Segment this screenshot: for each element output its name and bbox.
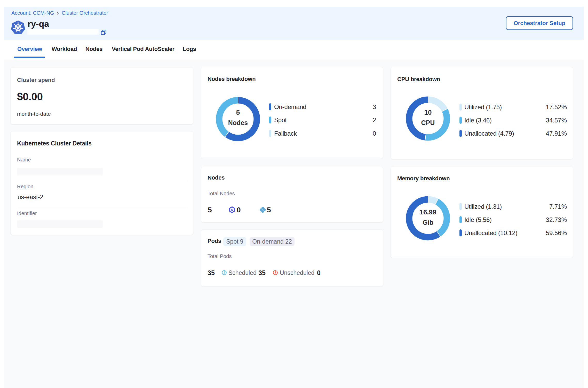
- svg-text:K: K: [231, 208, 233, 212]
